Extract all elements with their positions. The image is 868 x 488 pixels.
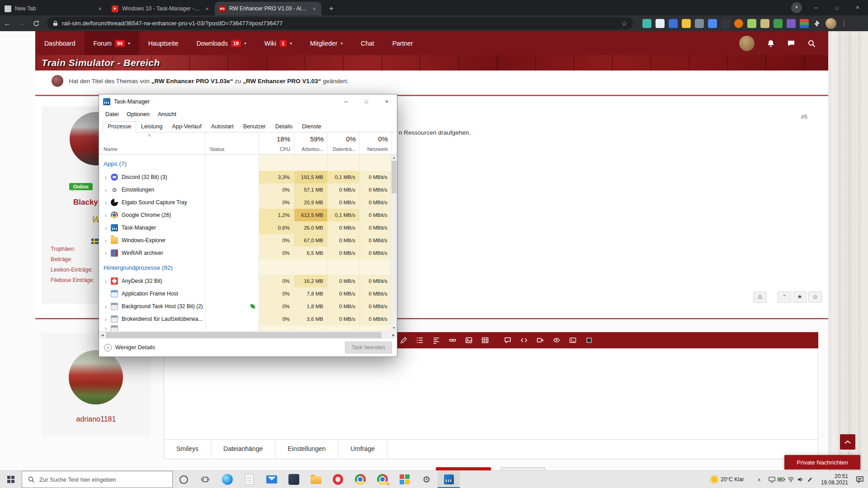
expand-chevron-icon[interactable]: › bbox=[103, 212, 109, 218]
vertical-scrollbar[interactable]: ▲ ▼ bbox=[391, 155, 397, 331]
end-task-button[interactable]: Task beenden bbox=[345, 342, 392, 353]
cortana-button[interactable] bbox=[173, 471, 194, 488]
task-view-button[interactable] bbox=[194, 471, 216, 488]
start-button[interactable] bbox=[0, 471, 22, 488]
bookmark-star-icon[interactable]: ☆ bbox=[621, 20, 627, 27]
process-row[interactable]: Application Frame Host 0% 7,8 MB 0 MB/s … bbox=[99, 287, 392, 300]
scroll-to-top-button[interactable] bbox=[840, 434, 855, 450]
process-row[interactable]: ›Brokerdienst für Laufzeitüberwa... 0% 3… bbox=[99, 313, 392, 325]
expand-chevron-icon[interactable]: › bbox=[103, 250, 109, 256]
tab-close-icon[interactable]: × bbox=[204, 5, 210, 12]
process-row[interactable]: ›Background Task Host (32 Bit) (2) 0% 1,… bbox=[99, 300, 392, 313]
browser-profile-avatar[interactable] bbox=[826, 18, 836, 29]
taskbar-app-settings[interactable]: ⚙ bbox=[415, 471, 438, 488]
expand-chevron-icon[interactable]: › bbox=[103, 200, 109, 206]
tab-leistung[interactable]: Leistung bbox=[137, 122, 167, 132]
extension-icon[interactable] bbox=[787, 19, 796, 28]
section-header-background[interactable]: Hintergrundprozesse (92) bbox=[99, 261, 392, 275]
nav-item-wiki[interactable]: Wiki 1 ▾ bbox=[255, 31, 301, 55]
editor-text-area[interactable] bbox=[164, 348, 818, 440]
extension-icon[interactable] bbox=[721, 19, 730, 28]
extension-icon[interactable] bbox=[800, 19, 809, 28]
search-input[interactable] bbox=[39, 476, 161, 483]
tray-expand-icon[interactable]: ∧ bbox=[758, 477, 761, 482]
extension-icon[interactable] bbox=[656, 19, 665, 28]
tab-benutzer[interactable]: Benutzer bbox=[239, 122, 270, 132]
nav-item-forum[interactable]: Forum 94 ▾ bbox=[85, 31, 139, 55]
extension-icon[interactable] bbox=[734, 19, 743, 28]
react-button[interactable]: ☺ bbox=[808, 291, 822, 303]
eye-icon[interactable] bbox=[552, 337, 560, 344]
url-text[interactable]: rail-sim.de/forum/thread/36547-rw-enhanc… bbox=[62, 20, 617, 27]
tab-poll[interactable]: Umfrage bbox=[338, 440, 387, 459]
section-header-apps[interactable]: Apps (7) bbox=[99, 157, 392, 171]
fewer-details-toggle[interactable]: ∧ Weniger Details bbox=[104, 344, 155, 352]
disk-total[interactable]: 0% bbox=[327, 135, 356, 143]
taskbar-app-chrome[interactable] bbox=[349, 471, 371, 488]
table-icon[interactable] bbox=[481, 337, 489, 344]
process-row-partial[interactable]: › bbox=[99, 325, 392, 331]
tab-close-icon[interactable]: × bbox=[97, 5, 103, 12]
battery-tray-icon[interactable] bbox=[777, 477, 786, 482]
display-tray-icon[interactable] bbox=[767, 476, 777, 483]
extension-icon[interactable] bbox=[642, 19, 651, 28]
column-network[interactable]: Netzwerk bbox=[359, 146, 388, 152]
notice-avatar[interactable] bbox=[52, 75, 63, 87]
list-icon[interactable] bbox=[416, 337, 424, 344]
nav-item-mitglieder[interactable]: Mitglieder ▾ bbox=[301, 31, 352, 55]
quote-button[interactable]: “ bbox=[778, 291, 791, 303]
menu-datei[interactable]: Datei bbox=[101, 111, 123, 117]
taskbar-app-mail[interactable] bbox=[260, 471, 283, 488]
notifications-bell-icon[interactable] bbox=[767, 39, 775, 47]
fullscreen-block-icon[interactable] bbox=[585, 337, 593, 344]
expand-chevron-icon[interactable]: › bbox=[103, 225, 109, 231]
pen-tray-icon[interactable] bbox=[805, 477, 815, 483]
expand-chevron-icon[interactable]: › bbox=[103, 304, 109, 310]
image-icon[interactable] bbox=[465, 337, 472, 344]
scroll-right-icon[interactable]: ▶ bbox=[390, 332, 397, 338]
taskbar-app-chrome-profile[interactable] bbox=[371, 471, 393, 488]
process-row[interactable]: ›Windows-Explorer 0% 67,0 MB 0 MB/s 0 MB… bbox=[99, 234, 392, 247]
task-manager-window[interactable]: Task-Manager – □ × Datei Optionen Ansich… bbox=[99, 94, 397, 357]
menu-optionen[interactable]: Optionen bbox=[123, 111, 154, 117]
nav-item-downloads[interactable]: Downloads 19 ▾ bbox=[188, 31, 255, 55]
report-button[interactable]: ⚠ bbox=[753, 291, 767, 303]
column-memory[interactable]: Arbeitss... bbox=[294, 146, 324, 152]
taskbar-app-tiles[interactable] bbox=[393, 471, 415, 488]
tab-app-verlauf[interactable]: App-Verlauf bbox=[167, 122, 206, 132]
horizontal-scrollbar[interactable]: ◀ ▶ bbox=[99, 331, 397, 338]
tab-search-icon[interactable]: ▾ bbox=[791, 2, 802, 13]
close-button[interactable]: × bbox=[377, 94, 397, 108]
tab-dienste[interactable]: Dienste bbox=[297, 122, 326, 132]
taskbar-app-explorer[interactable] bbox=[305, 471, 327, 488]
scroll-left-icon[interactable]: ◀ bbox=[99, 332, 106, 338]
process-row[interactable]: ›Discord (32 Bit) (3) 3,3% 191,5 MB 0,1 … bbox=[99, 171, 392, 183]
action-center-icon[interactable] bbox=[854, 475, 865, 483]
extension-icon[interactable] bbox=[682, 19, 691, 28]
author-username[interactable]: Blacky bbox=[73, 198, 98, 207]
task-manager-title-bar[interactable]: Task-Manager – □ × bbox=[99, 94, 397, 108]
extension-icon[interactable] bbox=[669, 19, 678, 28]
cpu-total[interactable]: 18% bbox=[259, 135, 290, 143]
video-icon[interactable] bbox=[536, 337, 544, 344]
reload-button[interactable] bbox=[29, 20, 43, 27]
browser-menu-icon[interactable]: ⋮ bbox=[841, 20, 847, 27]
taskbar-app-task-manager-active[interactable] bbox=[438, 471, 460, 488]
taskbar-app-opera[interactable] bbox=[327, 471, 349, 488]
volume-tray-icon[interactable] bbox=[796, 476, 805, 483]
column-cpu[interactable]: CPU bbox=[259, 146, 290, 152]
new-tab-button[interactable]: + bbox=[325, 2, 338, 15]
nav-item-dashboard[interactable]: Dashboard bbox=[35, 31, 85, 55]
process-row[interactable]: ›Elgato Sound Capture Tray 0% 20,9 MB 0 … bbox=[99, 196, 392, 209]
reply-author-username[interactable]: adriano1181 bbox=[42, 415, 151, 423]
column-name[interactable]: Name bbox=[104, 146, 118, 152]
post-number[interactable]: #5 bbox=[801, 113, 807, 120]
scroll-up-icon[interactable]: ▲ bbox=[391, 155, 397, 161]
extension-icon[interactable] bbox=[708, 19, 717, 28]
extensions-puzzle-icon[interactable] bbox=[813, 20, 821, 27]
extension-icon[interactable] bbox=[760, 19, 769, 28]
maximize-button[interactable]: □ bbox=[356, 94, 377, 108]
extension-icon[interactable] bbox=[695, 19, 704, 28]
process-row[interactable]: ›WinRAR archiver 0% 6,5 MB 0 MB/s 0 MBit… bbox=[99, 247, 392, 259]
network-total[interactable]: 0% bbox=[359, 135, 388, 143]
